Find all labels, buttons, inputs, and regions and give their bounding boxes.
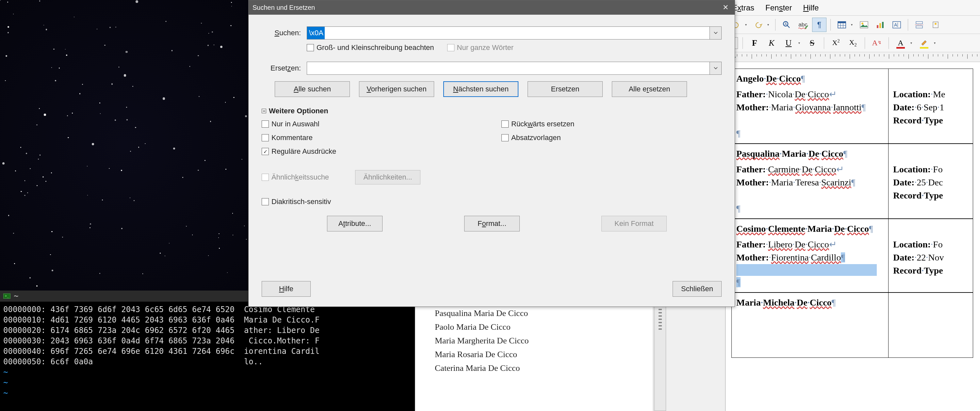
table-row: Maria·Michela·De·Cicco¶ <box>732 292 980 358</box>
svg-rect-16 <box>916 22 923 24</box>
backwards-checkbox[interactable]: Rückwärts ersetzen <box>501 120 722 128</box>
find-previous-button[interactable]: Vorherigen suchen <box>359 81 434 97</box>
no-format-button: Kein Format <box>601 216 667 232</box>
dialog-titlebar[interactable]: Suchen und Ersetzen ✕ <box>248 0 735 15</box>
svg-point-9 <box>861 22 863 24</box>
dropdown-icon[interactable]: ▾ <box>799 41 802 45</box>
list-item: Maria Rosaria De Cicco <box>415 348 653 361</box>
svg-rect-17 <box>916 26 923 28</box>
terminal-icon: >_ <box>3 294 10 299</box>
table-row: Cosimo·Clemente·Maria·De·Cicco¶Father:·L… <box>732 219 980 292</box>
replace-button[interactable]: Ersetzen <box>528 81 603 97</box>
writer-ruler[interactable] <box>725 52 980 62</box>
highlight-color-icon[interactable] <box>917 36 931 50</box>
subscript-icon[interactable]: X2 <box>846 36 860 50</box>
dropdown-icon[interactable]: ▾ <box>851 23 855 27</box>
similarity-checkbox: Ähnlichkeitssuche <box>262 173 329 181</box>
table-icon[interactable] <box>835 17 849 32</box>
menu-fenster[interactable]: Fenster <box>765 3 792 12</box>
selection-only-checkbox[interactable]: Nur in Auswahl <box>262 120 482 128</box>
attributes-button[interactable]: Attribute... <box>327 216 382 232</box>
help-button[interactable]: Hilfe <box>262 281 311 297</box>
writer-toolbar-standard[interactable]: ▾ ▾ A abc✓ ¶ ▾ A <box>725 16 980 34</box>
bold-icon[interactable]: F <box>748 36 762 50</box>
find-replace-icon[interactable]: A <box>780 17 794 32</box>
background-document-names: Pasqualina Maria De CiccoPaolo Maria De … <box>415 306 653 411</box>
image-icon[interactable] <box>857 17 871 32</box>
clear-formatting-icon[interactable]: A↯ <box>870 36 884 50</box>
search-dropdown-icon[interactable] <box>710 27 722 40</box>
italic-icon[interactable]: K <box>764 36 779 50</box>
terminal-title: ~ <box>14 291 18 302</box>
field-icon[interactable] <box>928 17 943 32</box>
table-row: Angelo·De·Cicco¶Father:·Nicola·De·Cicco↵… <box>732 68 980 144</box>
search-input[interactable] <box>307 27 710 40</box>
svg-text:A: A <box>894 22 897 27</box>
case-checkbox[interactable]: Groß- und Kleinschreibung beachten <box>307 43 434 52</box>
svg-rect-11 <box>880 23 881 28</box>
superscript-icon[interactable]: X2 <box>829 36 843 50</box>
writer-window: Extras Fenster Hilfe ▾ ▾ A abc✓ ¶ ▾ A ▾ … <box>725 0 980 411</box>
spellcheck-icon[interactable]: abc✓ <box>796 17 810 32</box>
replace-dropdown-icon[interactable] <box>710 62 722 75</box>
diacritic-checkbox[interactable]: Diakritisch-sensitiv <box>262 197 482 206</box>
dropdown-icon[interactable]: ▾ <box>767 23 771 27</box>
formatting-marks-icon[interactable]: ¶ <box>812 17 826 32</box>
list-item: Caterina Maria De Cicco <box>415 361 653 375</box>
replace-input[interactable] <box>307 62 710 75</box>
svg-point-20 <box>935 23 937 25</box>
find-replace-dialog: Suchen und Ersetzen ✕ Suchen: Groß- und … <box>248 0 735 307</box>
svg-rect-4 <box>838 22 846 23</box>
find-all-button[interactable]: Alle suchen <box>275 81 350 97</box>
svg-rect-12 <box>882 22 884 28</box>
terminal-window: >_ ~ 00000000: 436f 7369 6d6f 2043 6c65 … <box>0 290 415 411</box>
regex-checkbox[interactable]: ✓Reguläre Ausdrücke <box>262 147 482 156</box>
svg-text:A: A <box>785 22 787 26</box>
starfield-background <box>0 0 248 290</box>
replace-all-button[interactable]: Alle ersetzen <box>612 81 687 97</box>
terminal-body[interactable]: 00000000: 436f 7369 6d6f 2043 6c65 6d65 … <box>0 302 415 401</box>
find-next-button[interactable]: Nächsten suchen <box>443 81 519 97</box>
format-button[interactable]: Format... <box>464 216 520 232</box>
search-label: Suchen: <box>262 29 301 37</box>
paragraph-styles-checkbox[interactable]: Absatzvorlagen <box>501 133 722 142</box>
page-break-icon[interactable] <box>912 17 926 32</box>
writer-toolbar-formatting[interactable]: ▾ F K U ▾ S X2 X2 A↯ A ▾ ▾ <box>725 34 980 52</box>
list-item: Paolo Maria De Cicco <box>415 320 653 334</box>
whole-words-checkbox: Nur ganze Wörter <box>447 43 514 52</box>
replace-label: Ersetzen: <box>262 64 301 73</box>
more-options-toggle[interactable]: − Weitere Optionen <box>262 107 722 115</box>
vertical-slider[interactable] <box>654 306 666 411</box>
redo-icon[interactable] <box>751 17 765 32</box>
menu-extras[interactable]: Extras <box>732 3 754 12</box>
close-button[interactable]: Schließen <box>673 281 722 297</box>
menu-hilfe[interactable]: Hilfe <box>803 3 819 12</box>
close-icon[interactable]: ✕ <box>720 2 731 13</box>
list-item: Pasqualina Maria De Cicco <box>415 306 653 320</box>
dropdown-icon[interactable]: ▾ <box>934 41 938 45</box>
dropdown-icon[interactable]: ▾ <box>910 41 914 45</box>
dialog-title: Suchen und Ersetzen <box>253 4 315 11</box>
textbox-icon[interactable]: A <box>889 17 904 32</box>
table-row: Pasqualina·Maria·De·Cicco¶Father:·Carmin… <box>732 144 980 219</box>
writer-menubar[interactable]: Extras Fenster Hilfe <box>725 0 980 16</box>
font-color-icon[interactable]: A <box>893 36 908 50</box>
list-item: Maria Margherita De Cicco <box>415 334 653 348</box>
similarities-button: Ähnlichkeiten... <box>355 170 420 184</box>
svg-rect-10 <box>877 25 878 28</box>
dropdown-icon[interactable]: ▾ <box>745 23 749 27</box>
underline-icon[interactable]: U <box>781 36 796 50</box>
chart-icon[interactable] <box>873 17 888 32</box>
comments-checkbox[interactable]: Kommentare <box>262 133 482 142</box>
svg-line-1 <box>787 25 789 28</box>
writer-page[interactable]: Angelo·De·Cicco¶Father:·Nicola·De·Cicco↵… <box>725 62 980 358</box>
strikethrough-icon[interactable]: S <box>805 36 819 50</box>
